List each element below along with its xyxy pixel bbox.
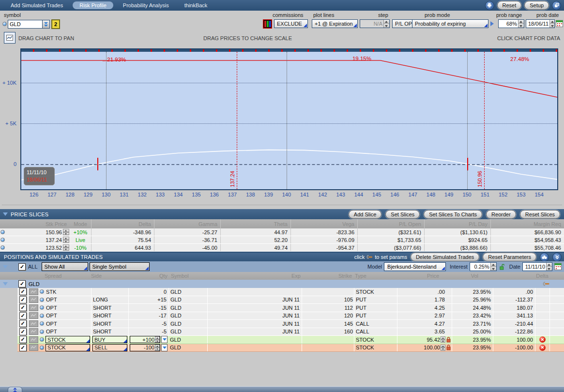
slice-bullet-icon[interactable] [0, 238, 5, 242]
tab-thinkback[interactable]: thinkBack [179, 1, 213, 9]
collapse-triangle-icon[interactable] [3, 265, 8, 269]
expander-arrow-icon[interactable] [490, 21, 494, 26]
set-slices-button[interactable]: Set Slices [385, 210, 420, 219]
qty-dropdown-icon[interactable] [161, 344, 168, 351]
date-label: Date [509, 264, 520, 270]
scope-filter-dropdown[interactable]: Single Symbol [90, 262, 150, 271]
col-strike: Strike [302, 273, 354, 279]
slice-price-stepper[interactable] [63, 237, 69, 243]
reset-parameters-button[interactable]: Reset Parameters [483, 253, 536, 261]
calendar-icon[interactable] [556, 20, 563, 28]
tab-probability-analysis[interactable]: Probability Analysis [117, 1, 175, 9]
commissions-dropdown[interactable]: EXCLUDE [274, 19, 308, 28]
symbol-count-badge[interactable]: 2 [51, 19, 60, 29]
symbol-input[interactable] [8, 21, 42, 27]
slice-price[interactable]: 123.52 [5, 245, 62, 251]
slice-bullet-icon[interactable] [0, 230, 5, 234]
tab-add-simulated-trades[interactable]: Add Simulated Trades [5, 1, 69, 9]
slice-price-stepper[interactable] [63, 229, 69, 235]
chart-style-icon[interactable] [4, 32, 15, 44]
binoculars-icon[interactable] [540, 253, 549, 262]
slice-price-stepper[interactable] [63, 244, 69, 251]
row-bullet-icon[interactable] [40, 305, 44, 310]
group-wrench-icon[interactable] [543, 281, 564, 287]
row-checkbox[interactable] [19, 344, 27, 351]
cell-delta: 100.00 [493, 336, 535, 344]
setup-button[interactable]: Setup [524, 1, 549, 10]
delete-simulated-trades-button[interactable]: Delete Simulated Trades [411, 253, 479, 261]
reorder-button[interactable]: Reorder [486, 210, 516, 219]
y-axis-label: 0 [14, 161, 16, 167]
prob-date-stepper[interactable]: 18/06/11 [526, 19, 555, 28]
set-slices-to-charts-button[interactable]: Set Slices To Charts [424, 210, 482, 219]
slice-mode[interactable]: +10% [70, 229, 91, 235]
spread-dropdown[interactable]: STOCK [46, 344, 90, 351]
model-dropdown[interactable]: Bjerksund-Stensland [384, 262, 446, 271]
print-icon[interactable] [485, 1, 494, 10]
x-axis-label: 128 [64, 192, 76, 197]
locked-icon[interactable] [446, 345, 451, 350]
color-grid-icon[interactable] [263, 19, 272, 30]
all-checkbox[interactable] [18, 263, 26, 271]
cell-exp: JUN 11 [207, 312, 302, 320]
row-checkbox[interactable] [19, 312, 27, 319]
slice-price[interactable]: 137.24 [5, 237, 62, 243]
reset-button[interactable]: Reset [497, 1, 522, 10]
side-dropdown[interactable]: BUY [92, 336, 127, 343]
price-stepper[interactable]: 95.42 [397, 336, 452, 344]
slice-line-label: 137.24 [229, 171, 235, 187]
collapse-triangle-icon[interactable] [3, 212, 8, 216]
side-dropdown[interactable]: SELL [92, 344, 127, 351]
row-checkbox[interactable] [19, 304, 27, 311]
row-checkbox[interactable] [19, 288, 27, 295]
tab-risk-profile[interactable]: Risk Profile [73, 1, 113, 9]
row-checkbox[interactable] [19, 320, 27, 327]
unlocked-icon[interactable] [500, 264, 504, 270]
spread-dropdown[interactable]: STOCK [46, 336, 90, 343]
row-bullet-icon[interactable] [40, 337, 44, 342]
collapse-all-icon[interactable] [552, 253, 562, 262]
add-slice-button[interactable]: Add Slice [349, 210, 381, 219]
slice-mode[interactable]: Live [70, 237, 91, 243]
group-checkbox[interactable] [18, 280, 26, 287]
reset-slices-button[interactable]: Reset Slices [520, 210, 560, 219]
delete-trade-icon[interactable] [539, 345, 546, 351]
slice-price[interactable]: 150.96 [5, 229, 62, 235]
simulated-trade-row: STOCK BUY +100 GLD STOCK 95.42 23.95% 10… [17, 336, 564, 344]
col-margin-req: Margin Req [490, 219, 564, 228]
row-bullet-icon[interactable] [40, 321, 44, 326]
col-price: Price [397, 273, 452, 279]
chevron-up-icon [13, 388, 17, 390]
price-stepper[interactable]: 100.00 [397, 344, 452, 352]
risk-profile-chart[interactable]: 11/11/10 18/06/11 137.24150.96...21.93%1… [20, 48, 558, 190]
row-bullet-icon[interactable] [40, 289, 44, 294]
collapse-triangle-icon[interactable] [3, 282, 8, 286]
qty-stepper[interactable]: +100 [130, 336, 160, 343]
cell-delta: -210.44 [493, 320, 535, 328]
detach-window-icon[interactable] [552, 1, 561, 10]
calendar-icon[interactable] [554, 263, 562, 271]
row-bullet-icon[interactable] [40, 314, 44, 318]
slice-bullet-icon[interactable] [0, 245, 5, 250]
date-stepper[interactable]: 11/11/10 [522, 262, 552, 271]
row-checkbox[interactable] [19, 296, 27, 303]
row-bullet-icon[interactable] [40, 298, 44, 302]
row-checkbox[interactable] [19, 336, 27, 343]
qty-dropdown-icon[interactable] [161, 336, 168, 343]
delete-trade-icon[interactable] [539, 336, 546, 343]
plot-lines-dropdown[interactable]: +1 @ Expiration [312, 19, 358, 28]
row-checkbox[interactable] [19, 328, 27, 335]
row-bullet-icon[interactable] [40, 330, 44, 334]
symbol-dropdown-icon[interactable] [43, 20, 50, 29]
interest-stepper[interactable]: 0.25% [470, 262, 497, 271]
prob-range-stepper[interactable]: 68% [498, 19, 524, 28]
row-bullet-icon[interactable] [40, 346, 44, 350]
positions-title: POSITIONS AND SIMULATED TRADES [4, 254, 103, 260]
slice-mode[interactable]: -10% [70, 245, 91, 251]
show-filter-dropdown[interactable]: Show All [42, 262, 88, 271]
locked-icon[interactable] [446, 337, 451, 343]
col-symbol: Symbol [168, 273, 207, 279]
qty-stepper[interactable]: -100 [130, 344, 160, 351]
prob-mode-dropdown[interactable]: Probability of expiring [412, 19, 488, 28]
expand-panel-tab[interactable] [8, 387, 22, 392]
